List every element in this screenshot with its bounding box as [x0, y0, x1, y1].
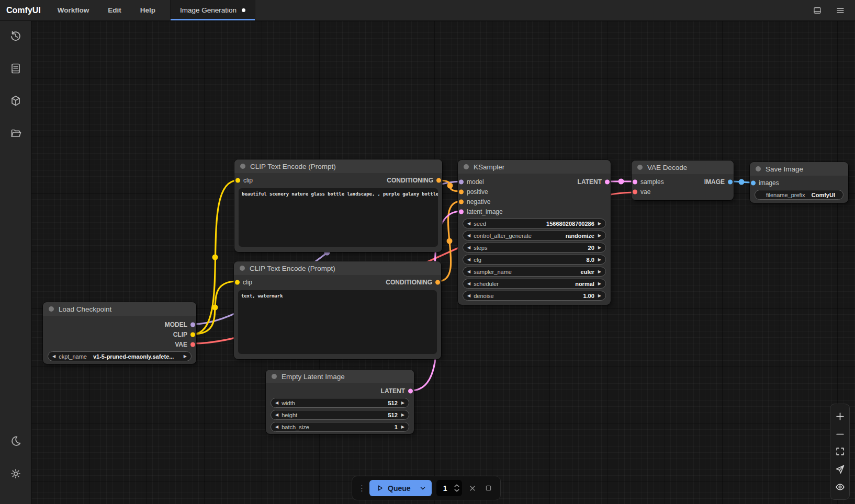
select-mode-icon[interactable] [835, 464, 845, 475]
denoise-widget[interactable]: ◀ denoise 1.00 ▶ [463, 291, 606, 301]
node-header[interactable]: CLIP Text Encode (Prompt) [234, 261, 441, 275]
next-value-icon[interactable]: ▶ [598, 257, 601, 262]
queue-options-button[interactable] [418, 480, 432, 496]
zoom-in-icon[interactable] [835, 411, 845, 422]
cfg-widget[interactable]: ◀ cfg 8.0 ▶ [463, 255, 606, 265]
output-slot-conditioning[interactable] [436, 178, 441, 182]
next-value-icon[interactable]: ▶ [598, 245, 601, 250]
node-header[interactable]: KSampler [458, 160, 611, 174]
menu-icon[interactable] [835, 5, 846, 16]
queue-history-icon[interactable] [9, 29, 22, 43]
batch-size-widget[interactable]: ◀ batch_size 1 ▶ [271, 422, 409, 432]
next-value-icon[interactable]: ▶ [401, 400, 404, 405]
node-header[interactable]: Empty Latent Image [266, 370, 414, 383]
node-collapse-dot[interactable] [272, 374, 277, 379]
next-value-icon[interactable]: ▶ [598, 221, 601, 226]
app-logo[interactable]: ComfyUI [0, 6, 48, 15]
height-widget[interactable]: ◀ height 512 ▶ [271, 410, 409, 420]
seed-widget[interactable]: ◀ seed 156680208700286 ▶ [463, 219, 606, 228]
input-slot-model[interactable] [459, 179, 464, 184]
input-slot-vae[interactable] [633, 189, 637, 194]
output-slot-latent[interactable] [408, 388, 413, 393]
input-slot-clip[interactable] [235, 178, 240, 182]
menu-edit[interactable]: Edit [98, 6, 131, 14]
node-header[interactable]: CLIP Text Encode (Prompt) [234, 159, 442, 173]
input-slot-latent-image[interactable] [459, 209, 464, 214]
bottom-panel-toggle-icon[interactable] [812, 5, 823, 16]
prev-value-icon[interactable]: ◀ [467, 221, 470, 226]
theme-toggle-icon[interactable] [9, 434, 22, 448]
prev-value-icon[interactable]: ◀ [467, 281, 470, 286]
node-load-checkpoint[interactable]: Load Checkpoint MODEL CLIP VAE ◀ ckpt_na… [43, 302, 196, 364]
stop-icon[interactable] [483, 483, 494, 494]
node-clip-text-encode-negative[interactable]: CLIP Text Encode (Prompt) clip CONDITION… [234, 261, 441, 359]
next-value-icon[interactable]: ▶ [598, 269, 601, 274]
output-slot-model[interactable] [190, 322, 195, 327]
sampler-name-widget[interactable]: ◀ sampler_name euler ▶ [463, 267, 606, 277]
prompt-textarea[interactable]: beautiful scenery nature glass bottle la… [239, 188, 438, 247]
node-ksampler[interactable]: KSampler model LATENT positive negative … [458, 160, 611, 305]
next-value-icon[interactable]: ▶ [598, 233, 601, 238]
batch-count-input[interactable]: 1 [436, 480, 462, 496]
prev-value-icon[interactable]: ◀ [467, 233, 470, 238]
node-collapse-dot[interactable] [240, 266, 245, 271]
input-slot-samples[interactable] [633, 179, 637, 184]
node-header[interactable]: VAE Decode [632, 161, 734, 174]
node-vae-decode[interactable]: VAE Decode samples IMAGE vae [632, 161, 734, 200]
prev-value-icon[interactable]: ◀ [275, 400, 278, 405]
output-slot-image[interactable] [728, 179, 733, 184]
next-value-icon[interactable]: ▶ [401, 425, 404, 429]
drag-handle-icon[interactable]: ⋮ [358, 486, 365, 491]
output-slot-conditioning[interactable] [435, 280, 440, 284]
output-slot-latent[interactable] [605, 179, 610, 184]
settings-icon[interactable] [9, 467, 22, 480]
filename-prefix-widget[interactable]: filename_prefix ComfyUI [755, 190, 843, 200]
node-header[interactable]: Load Checkpoint [43, 302, 196, 316]
node-clip-text-encode-positive[interactable]: CLIP Text Encode (Prompt) clip CONDITION… [234, 159, 442, 252]
model-library-icon[interactable] [9, 94, 22, 108]
output-slot-vae[interactable] [190, 342, 195, 347]
node-header[interactable]: Save Image [750, 162, 848, 176]
steps-widget[interactable]: ◀ steps 20 ▶ [463, 243, 606, 253]
next-value-icon[interactable]: ▶ [598, 293, 601, 298]
node-collapse-dot[interactable] [756, 166, 761, 171]
toggle-link-visibility-icon[interactable] [835, 482, 845, 492]
ckpt-name-widget[interactable]: ◀ ckpt_name v1-5-pruned-emaonly.safete..… [48, 351, 192, 361]
prev-value-icon[interactable]: ◀ [275, 413, 278, 417]
input-slot-images[interactable] [751, 180, 756, 185]
prev-value-icon[interactable]: ◀ [275, 425, 278, 429]
prompt-textarea[interactable]: text, watermark [238, 290, 437, 354]
prev-value-icon[interactable]: ◀ [467, 293, 470, 298]
stepper-down-icon[interactable] [454, 489, 459, 492]
clear-queue-icon[interactable] [467, 483, 478, 494]
node-collapse-dot[interactable] [464, 164, 469, 169]
node-library-icon[interactable] [9, 62, 22, 75]
next-value-icon[interactable]: ▶ [598, 281, 601, 286]
stepper-up-icon[interactable] [454, 484, 459, 487]
output-slot-clip[interactable] [190, 332, 195, 337]
zoom-out-icon[interactable] [835, 429, 845, 439]
tab-image-generation[interactable]: Image Generation [171, 0, 255, 20]
scheduler-widget[interactable]: ◀ scheduler normal ▶ [463, 279, 606, 289]
input-slot-positive[interactable] [459, 189, 464, 194]
fit-view-icon[interactable] [835, 446, 845, 457]
control-after-generate-widget[interactable]: ◀ control_after_generate randomize ▶ [463, 231, 606, 240]
workflows-icon[interactable] [9, 127, 22, 140]
node-save-image[interactable]: Save Image images filename_prefix ComfyU… [750, 162, 848, 203]
prev-value-icon[interactable]: ◀ [467, 269, 470, 274]
next-value-icon[interactable]: ▶ [401, 413, 404, 417]
input-slot-clip[interactable] [235, 280, 240, 284]
next-value-icon[interactable]: ▶ [184, 354, 187, 359]
width-widget[interactable]: ◀ width 512 ▶ [271, 398, 409, 408]
node-graph-canvas[interactable] [31, 21, 855, 504]
node-collapse-dot[interactable] [49, 306, 54, 312]
prev-value-icon[interactable]: ◀ [467, 245, 470, 250]
prev-value-icon[interactable]: ◀ [52, 354, 55, 359]
node-collapse-dot[interactable] [637, 165, 643, 170]
input-slot-negative[interactable] [459, 199, 464, 204]
menu-help[interactable]: Help [131, 6, 165, 14]
queue-button[interactable]: Queue [369, 480, 418, 496]
menu-workflow[interactable]: Workflow [48, 6, 99, 14]
prev-value-icon[interactable]: ◀ [467, 257, 470, 262]
node-empty-latent-image[interactable]: Empty Latent Image LATENT ◀ width 512 ▶ … [266, 370, 414, 434]
